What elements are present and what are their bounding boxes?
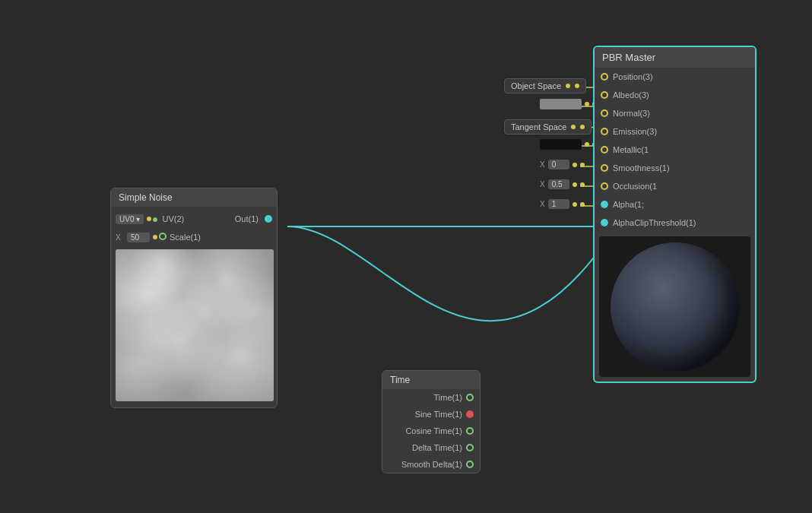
time-socket-time — [466, 394, 474, 401]
x1-input[interactable]: 1 — [548, 199, 569, 209]
pbr-row-metallic: Metallic(1 — [595, 141, 755, 159]
pbr-label-occlusion: Occlusion(1 — [613, 182, 749, 191]
x1-row: X 1 — [540, 199, 585, 209]
tangent-space-node: Tangent Space — [504, 119, 592, 135]
pbr-socket-normal — [601, 109, 608, 117]
uv-arrow: ▾ — [136, 215, 140, 223]
x0-row: X 0 — [540, 160, 585, 169]
x0-input[interactable]: 0 — [548, 160, 569, 169]
pbr-label-albedo: Albedo(3) — [613, 90, 749, 100]
time-row-delta: Delta Time(1) — [382, 439, 480, 456]
color-box-gray — [540, 99, 582, 109]
obj-dot-1 — [566, 84, 570, 88]
pbr-socket-occlusion — [601, 182, 608, 190]
time-outputs: Time(1) Sine Time(1) Cosine Time(1) Delt… — [382, 389, 480, 473]
pbr-socket-smoothness — [601, 164, 608, 172]
x0-prefix: X — [540, 160, 545, 169]
pbr-row-normal: Normal(3) — [595, 104, 755, 122]
obj-dot-2 — [575, 84, 579, 88]
pbr-label-alphaclip: AlphaClipThreshold(1) — [613, 218, 749, 227]
out-label: Out(1) — [235, 214, 259, 223]
pbr-master-header: PBR Master — [595, 47, 755, 68]
sphere-preview — [599, 236, 750, 377]
pbr-socket-alpha — [601, 201, 608, 208]
x05-dot-2 — [580, 182, 585, 187]
pbr-label-emission: Emission(3) — [613, 127, 749, 136]
simple-noise-body: UV0 ▾ UV(2) Out(1) X 50 Scale(1) — [111, 207, 277, 407]
color-dot-3 — [585, 142, 589, 147]
time-socket-delta — [466, 444, 474, 451]
pbr-row-smoothness: Smoothness(1) — [595, 159, 755, 177]
time-row-sine: Sine Time(1) — [382, 406, 480, 423]
scale-label: Scale(1) — [170, 233, 201, 242]
x05-dot-1 — [573, 182, 577, 187]
pbr-row-alpha: Alpha(1; — [595, 195, 755, 214]
tangent-space-label: Tangent Space — [511, 122, 566, 131]
pbr-row-position: Position(3) — [595, 68, 755, 86]
simple-noise-title: Simple Noise — [119, 192, 173, 203]
uv-selector[interactable]: UV0 ▾ — [116, 214, 144, 224]
color-box-black — [540, 139, 582, 150]
x1-dot-2 — [580, 202, 585, 207]
pbr-label-normal: Normal(3) — [613, 109, 749, 118]
time-socket-smooth — [466, 461, 474, 468]
scale-input[interactable]: 50 — [127, 233, 150, 242]
x05-row: X 0.5 — [540, 179, 585, 189]
pbr-inputs: Position(3) Albedo(3) Normal(3) Emission… — [595, 68, 755, 232]
scale-dot-mid — [153, 235, 157, 239]
time-label-time: Time(1) — [389, 393, 466, 402]
noise-texture — [116, 249, 274, 401]
pbr-socket-alphaclip — [601, 219, 608, 226]
x05-prefix: X — [540, 180, 545, 188]
pbr-title: PBR Master — [602, 52, 655, 63]
pbr-row-occlusion: Occlusion(1 — [595, 177, 755, 195]
time-header: Time — [382, 371, 480, 389]
sphere — [611, 242, 740, 372]
pbr-socket-metallic — [601, 146, 608, 154]
object-space-label: Object Space — [511, 81, 561, 90]
x0-dot-1 — [573, 163, 577, 167]
time-label-delta: Delta Time(1) — [389, 443, 466, 452]
color-row-2 — [540, 139, 597, 150]
x0-dot-2 — [580, 163, 585, 167]
color-row-1 — [540, 99, 597, 109]
color-dot-1 — [585, 102, 589, 106]
time-row-cosine: Cosine Time(1) — [382, 423, 480, 439]
uv-dot-2 — [153, 214, 157, 224]
uv-dot-mid — [147, 217, 151, 221]
time-row-smooth: Smooth Delta(1) — [382, 456, 480, 473]
time-label-smooth: Smooth Delta(1) — [389, 460, 466, 469]
uv-socket-label: UV(2) — [162, 214, 184, 223]
uv-green-socket — [153, 217, 157, 222]
pbr-row-alphaclip: AlphaClipThreshold(1) — [595, 214, 755, 232]
pbr-socket-emission — [601, 128, 608, 135]
tan-dot-2 — [580, 125, 585, 129]
scale-row: X 50 Scale(1) — [111, 228, 277, 246]
simple-noise-node: Simple Noise UV0 ▾ UV(2) Out(1) X 50 — [110, 188, 278, 408]
time-title: Time — [390, 375, 410, 385]
pbr-socket-position — [601, 73, 608, 81]
pbr-socket-albedo — [601, 91, 608, 99]
scale-input-group: X 50 — [116, 233, 150, 242]
pbr-master-node: PBR Master Position(3) Albedo(3) Normal(… — [593, 46, 756, 383]
pbr-label-metallic: Metallic(1 — [613, 145, 749, 154]
out-socket — [265, 215, 272, 223]
time-socket-sine — [466, 410, 474, 418]
x1-prefix: X — [540, 200, 545, 208]
simple-noise-header: Simple Noise — [111, 188, 277, 207]
x05-input[interactable]: 0.5 — [548, 179, 569, 189]
pbr-row-emission: Emission(3) — [595, 122, 755, 141]
object-space-node: Object Space — [504, 78, 586, 93]
uv-value: UV0 — [119, 215, 134, 223]
pbr-label-position: Position(3) — [613, 72, 749, 81]
uv-row: UV0 ▾ UV(2) Out(1) — [111, 210, 277, 228]
pbr-label-smoothness: Smoothness(1) — [613, 163, 749, 173]
time-node: Time Time(1) Sine Time(1) Cosine Time(1)… — [382, 370, 481, 473]
time-socket-cosine — [466, 427, 474, 435]
pbr-label-alpha: Alpha(1; — [613, 200, 749, 209]
x1-dot-1 — [573, 202, 577, 207]
x-prefix: X — [116, 233, 125, 242]
time-row-time: Time(1) — [382, 389, 480, 406]
scale-green-socket-wrap — [159, 232, 167, 242]
pbr-row-albedo: Albedo(3) — [595, 86, 755, 104]
